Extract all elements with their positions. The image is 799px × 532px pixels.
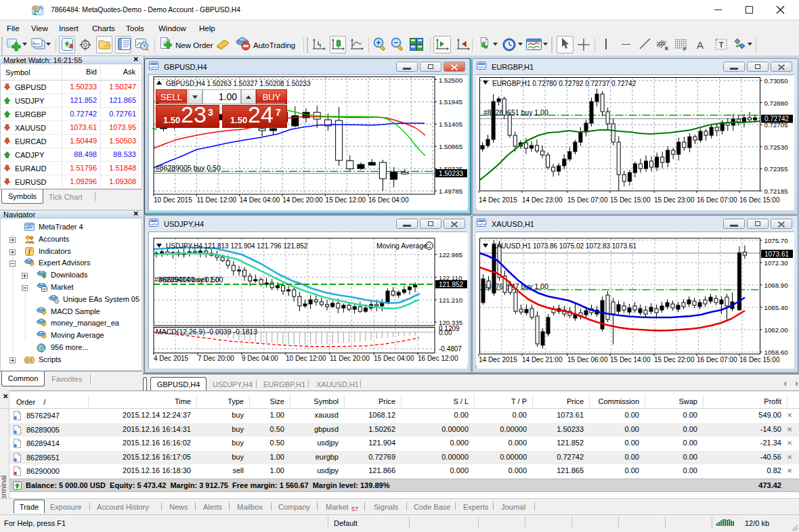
svg-text:16 Dec 07:00: 16 Dec 07:00 — [697, 196, 737, 204]
svg-text:#86289005 buy 0.50: #86289005 buy 0.50 — [156, 164, 221, 172]
svg-text:1.51945: 1.51945 — [439, 98, 462, 106]
svg-text:16 Dec 07:00: 16 Dec 07:00 — [697, 356, 737, 363]
svg-text:15 Dec 04:00: 15 Dec 04:00 — [374, 355, 414, 362]
svg-text:USDJPY,H4 121.813 121.904 121.: USDJPY,H4 121.813 121.904 121.796 121.85… — [166, 242, 308, 250]
svg-text:1.49785: 1.49785 — [439, 187, 462, 195]
svg-text:16 Dec 15:00: 16 Dec 15:00 — [739, 196, 780, 204]
svg-text:16 Dec 15:00: 16 Dec 15:00 — [739, 356, 780, 363]
svg-text:0.73050: 0.73050 — [764, 77, 789, 85]
svg-text:7 Dec 20:00: 7 Dec 20:00 — [198, 355, 234, 362]
svg-text:1072.30: 1072.30 — [764, 259, 789, 267]
svg-text:1.52500: 1.52500 — [439, 76, 463, 84]
svg-text:0.72185: 0.72185 — [764, 187, 788, 195]
svg-text:122.985: 122.985 — [439, 251, 462, 259]
svg-text:1.51405: 1.51405 — [439, 120, 462, 128]
svg-text:1065.40: 1065.40 — [764, 304, 789, 311]
svg-text:15 Dec 06:00: 15 Dec 06:00 — [567, 356, 608, 363]
svg-text:1062.00: 1062.00 — [764, 326, 789, 334]
svg-text:15 Dec 14:00: 15 Dec 14:00 — [610, 356, 651, 363]
svg-text:15 Dec 12:00: 15 Dec 12:00 — [326, 196, 366, 204]
svg-text:F: F — [683, 46, 687, 52]
svg-text:121.210: 121.210 — [439, 296, 463, 304]
svg-text:-0.4807: -0.4807 — [439, 345, 462, 353]
svg-text:11 Dec 20:00: 11 Dec 20:00 — [330, 355, 370, 362]
svg-text:14 Dec 2015: 14 Dec 2015 — [479, 196, 517, 204]
svg-text:9 Dec 04:00: 9 Dec 04:00 — [242, 355, 278, 362]
svg-text:10 Dec 12:00: 10 Dec 12:00 — [286, 355, 326, 362]
svg-text:1.50865: 1.50865 — [439, 143, 462, 150]
svg-text:15 Dec 22:00: 15 Dec 22:00 — [654, 356, 695, 363]
svg-text:XAUUSD,H1 1073.86 1075.02 1072: XAUUSD,H1 1073.86 1075.02 1072.83 1073.6… — [492, 242, 636, 250]
svg-text:0.72880: 0.72880 — [764, 99, 789, 107]
svg-text:4 Dec 2015: 4 Dec 2015 — [154, 355, 189, 362]
svg-text:16 Dec 04:00: 16 Dec 04:00 — [368, 196, 409, 204]
svg-text:0.72355: 0.72355 — [764, 165, 788, 173]
svg-text:14 Dec 23:00: 14 Dec 23:00 — [522, 196, 563, 204]
svg-text:1.50233: 1.50233 — [439, 170, 464, 177]
svg-text:1068.90: 1068.90 — [764, 282, 789, 289]
svg-text:14 Dec 20:00: 14 Dec 20:00 — [282, 196, 323, 204]
svg-text:T: T — [719, 41, 724, 49]
svg-text:E: E — [665, 45, 669, 51]
svg-text:15 Dec 07:00: 15 Dec 07:00 — [567, 196, 608, 204]
svg-text:14 Dec 04:00: 14 Dec 04:00 — [240, 196, 280, 204]
svg-text:15 Dec 15:00: 15 Dec 15:00 — [610, 196, 651, 204]
svg-text:15 Dec 23:00: 15 Dec 23:00 — [654, 196, 695, 204]
svg-text:0.00: 0.00 — [439, 329, 452, 336]
svg-text:#86290000 sell 1.00: #86290000 sell 1.00 — [159, 275, 223, 284]
svg-text:GBPUSD,H4 1.50263 1.50327 1.50: GBPUSD,H4 1.50263 1.50327 1.50208 1.5023… — [166, 80, 311, 87]
svg-text:121.852: 121.852 — [439, 281, 464, 288]
svg-text:1058.60: 1058.60 — [764, 349, 789, 356]
svg-text:11 Dec 12:00: 11 Dec 12:00 — [196, 196, 236, 204]
svg-text:1075.70: 1075.70 — [764, 237, 789, 244]
svg-text:0.72530: 0.72530 — [764, 143, 789, 151]
svg-text:14 Dec 2015: 14 Dec 2015 — [479, 356, 517, 363]
svg-text:Moving Average: Moving Average — [376, 242, 427, 250]
svg-text:10 Dec 2015: 10 Dec 2015 — [154, 196, 192, 204]
svg-text:16 Dec 12:00: 16 Dec 12:00 — [418, 355, 458, 362]
svg-text:EURGBP,H1 0.72780 0.72792 0.72: EURGBP,H1 0.72780 0.72792 0.72737 0.7274… — [492, 80, 636, 87]
svg-text:0.72742: 0.72742 — [764, 115, 790, 123]
svg-text:MACD(12,26,9) -0.0039 -0.1813: MACD(12,26,9) -0.0039 -0.1813 — [156, 328, 257, 336]
svg-text:14 Dec 21:00: 14 Dec 21:00 — [522, 356, 563, 363]
svg-text:1073.61: 1073.61 — [764, 250, 790, 258]
